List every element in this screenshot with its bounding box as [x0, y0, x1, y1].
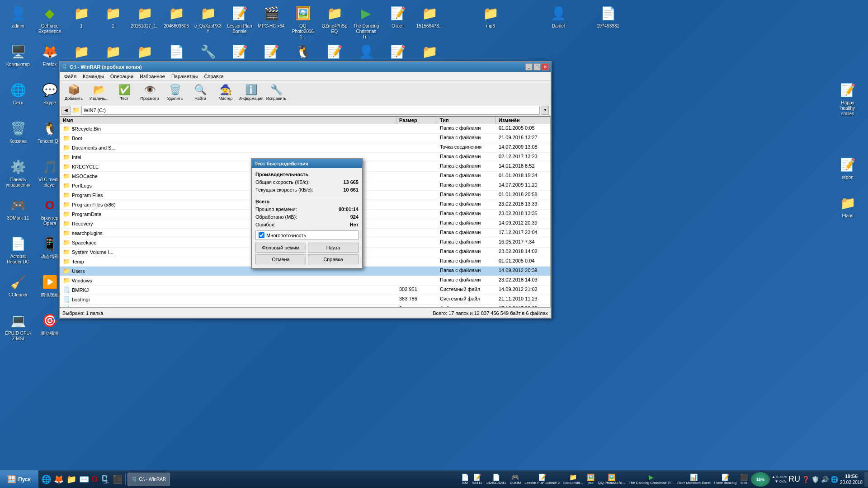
- table-row[interactable]: 📁 Windows Папка с файлами 23.02.2018 14:…: [60, 276, 550, 286]
- desktop-icon-report[interactable]: 📝 report: [832, 154, 863, 182]
- network-indicator[interactable]: 16%: [751, 472, 770, 487]
- table-row[interactable]: 📄 end 0 Файл 17.12.2017 23:00: [60, 305, 550, 308]
- desktop-icon-f1[interactable]: 📁 1: [66, 2, 97, 31]
- menu-help[interactable]: Справка: [202, 73, 226, 80]
- menu-commands[interactable]: Команды: [80, 73, 107, 80]
- quicklaunch-ff[interactable]: 🦊: [53, 474, 65, 485]
- quicklaunch-winrar[interactable]: 🗜️: [99, 474, 111, 485]
- desktop-icon-f8[interactable]: 🖼️ QQ Photo2016 1...: [287, 2, 319, 42]
- minimize-button[interactable]: _: [525, 63, 533, 70]
- tb-1426[interactable]: 📄 1426314241: [485, 473, 508, 485]
- desktop-icon-f9[interactable]: 📁 QZme47hSpEQ: [319, 2, 350, 36]
- table-row[interactable]: 🗒️ BMRKJ 302 951 Системный файл 14.09.20…: [60, 286, 550, 295]
- help-button[interactable]: Справка: [308, 254, 359, 264]
- menu-params[interactable]: Параметры: [169, 73, 201, 80]
- lang-indicator[interactable]: RU: [788, 474, 800, 484]
- tb-psb[interactable]: 🖼️ psb: [585, 473, 596, 485]
- desktop-icon-f6[interactable]: 📝 Lesson Plan Bonnie: [224, 2, 255, 36]
- add-button[interactable]: 📦 Добавить: [61, 82, 86, 103]
- menu-file[interactable]: Файл: [61, 73, 79, 80]
- desktop-icon-admin[interactable]: 👤 admin: [2, 2, 34, 31]
- col-name[interactable]: Имя: [60, 117, 396, 124]
- current-speed-row: Текущая скорость (КБ/с): 10 661: [255, 187, 359, 193]
- menu-favorites[interactable]: Избранное: [137, 73, 168, 80]
- desktop-icon-f4[interactable]: 📁 2046603606: [160, 2, 192, 31]
- multithread-check[interactable]: [259, 232, 264, 238]
- desktop-icon-korzina[interactable]: 🗑️ Корзина: [2, 117, 34, 146]
- desktop-icon-daniel[interactable]: 👤 Daniel: [542, 2, 574, 31]
- col-size[interactable]: Размер: [396, 117, 437, 124]
- address-dropdown[interactable]: ▼: [542, 106, 549, 115]
- multithread-checkbox[interactable]: Многопоточность: [255, 230, 359, 240]
- desktop-icon-f3[interactable]: 📁 20161017_1...: [129, 2, 160, 36]
- desktop-icon-komputer[interactable]: 🖥️ Компьютер: [2, 41, 34, 69]
- info-button[interactable]: ℹ️ Информация: [239, 82, 263, 103]
- find-button[interactable]: 🔍 Найти: [188, 82, 212, 103]
- file-icon: 📁: [63, 230, 70, 237]
- clock[interactable]: 18:56 23.02.2018: [840, 473, 863, 485]
- table-row[interactable]: 🗒️ bootmgr 383 786 Системный файл 21.11.…: [60, 295, 550, 305]
- total-speed-value: 13 665: [343, 179, 359, 185]
- desktop-icon-f7[interactable]: 🎬 MPC-HC x64: [255, 2, 287, 31]
- background-button[interactable]: Фоновый режим: [255, 243, 306, 253]
- show-desktop-button[interactable]: [864, 472, 868, 487]
- tb-excel[interactable]: 📊 Лист Microsoft Excel: [676, 473, 712, 485]
- extract-button[interactable]: 📂 Извлечь...: [87, 82, 111, 103]
- pause-button[interactable]: Пауза: [308, 243, 359, 253]
- view-button[interactable]: 👁️ Просмотр: [137, 82, 162, 103]
- col-date[interactable]: Изменён: [496, 117, 550, 124]
- close-button[interactable]: ✕: [542, 63, 549, 70]
- tb-000[interactable]: 📄 000: [460, 473, 470, 485]
- desktop-icon-geforce[interactable]: ◆ GeForce Experience: [34, 2, 66, 36]
- table-row[interactable]: 📁 Documents and S... Точка соединения 14…: [60, 143, 550, 153]
- desktop-icon-mp3[interactable]: 📁 mp3: [475, 2, 506, 31]
- taskbar-winrar[interactable]: 🗜️ C:\ - WinRAR: [127, 473, 170, 486]
- divider1: [255, 196, 359, 196]
- desktop-icon-f12[interactable]: 📁 151566473...: [414, 2, 445, 31]
- quicklaunch-opera[interactable]: O: [91, 474, 98, 484]
- help-icon[interactable]: ❓: [802, 476, 810, 483]
- tb-bios[interactable]: ⬛ bios: [739, 473, 749, 485]
- desktop-icon-set[interactable]: 🌐 Сеть: [2, 79, 34, 108]
- cancel-button[interactable]: Отмена: [255, 254, 306, 264]
- test-button[interactable]: ✅ Тест: [112, 82, 137, 103]
- desktop-icon-plans[interactable]: 📁 Plans: [832, 192, 863, 221]
- col-type[interactable]: Тип: [437, 117, 496, 124]
- desktop-icon-cpuid[interactable]: 💻 CPUID CPU-Z MSI: [2, 310, 34, 343]
- wizard-button[interactable]: 🧙 Мастер: [213, 82, 238, 103]
- table-row[interactable]: 📁 Boot Папка с файлами 21.09.2016 13:27: [60, 134, 550, 143]
- tb-dancing[interactable]: ▶ The Dancing Christmas Tr...: [627, 473, 675, 485]
- desktop-icon-f10[interactable]: ▶ The Dancing Christmas Tr...: [350, 2, 382, 42]
- file-icon: 📁: [63, 220, 70, 227]
- network-icon[interactable]: 🌐: [830, 476, 838, 483]
- table-row[interactable]: 📁 $Recycle.Bin Папка с файлами 01.01.200…: [60, 124, 550, 134]
- volume-icon[interactable]: 🔊: [821, 476, 829, 483]
- quicklaunch-fm[interactable]: 📁: [66, 474, 77, 485]
- back-button[interactable]: ◀: [61, 106, 71, 115]
- tb-doom[interactable]: 🎮 DOOM: [508, 473, 522, 485]
- desktop-icon-healthy[interactable]: 📝 Happy healthy smiles: [832, 79, 863, 118]
- desktop-icon-cccleaner[interactable]: 🧹 CCleaner: [2, 271, 34, 300]
- start-button[interactable]: 🪟 Пуск: [0, 470, 38, 488]
- tb-idance[interactable]: 📝 I love dancing: [713, 473, 738, 485]
- desktop-icon-panel[interactable]: ⚙️ Панель управления: [2, 156, 34, 190]
- menu-operations[interactable]: Операции: [108, 73, 136, 80]
- address-input[interactable]: [81, 106, 540, 115]
- desktop-icon-acrobat[interactable]: 📄 Acrobat Reader DC: [2, 233, 34, 267]
- desktop-icon-f2[interactable]: 📁 1: [97, 2, 129, 31]
- quicklaunch-ie[interactable]: 🌐: [40, 474, 52, 485]
- tb-58412[interactable]: 📝 58412: [471, 473, 484, 485]
- tb-look[interactable]: 📁 Look-Insid...: [562, 473, 585, 485]
- desktop-icon-f11[interactable]: 📝 Ответ: [382, 2, 414, 31]
- maximize-button[interactable]: □: [533, 63, 541, 70]
- desktop-icon-f5[interactable]: 📁 e_QsXzpPX3Y: [192, 2, 224, 36]
- tb-lpb2[interactable]: 📝 Lesson Plan Bonnie 2: [523, 473, 561, 485]
- quicklaunch-cmd[interactable]: ⬛: [112, 474, 123, 485]
- desktop-icon-3dmark[interactable]: 🎮 3DMark 11: [2, 194, 34, 223]
- desktop-icon-197[interactable]: 📄 197493981: [592, 2, 624, 31]
- delete-button[interactable]: 🗑️ Удалить: [163, 82, 187, 103]
- fix-button[interactable]: 🔧 Исправить: [264, 82, 288, 103]
- security-icon[interactable]: 🛡️: [811, 476, 819, 483]
- tb-qqphoto[interactable]: 🖼️ QQ Photo2170...: [597, 473, 627, 485]
- quicklaunch-mail[interactable]: ✉️: [78, 474, 90, 485]
